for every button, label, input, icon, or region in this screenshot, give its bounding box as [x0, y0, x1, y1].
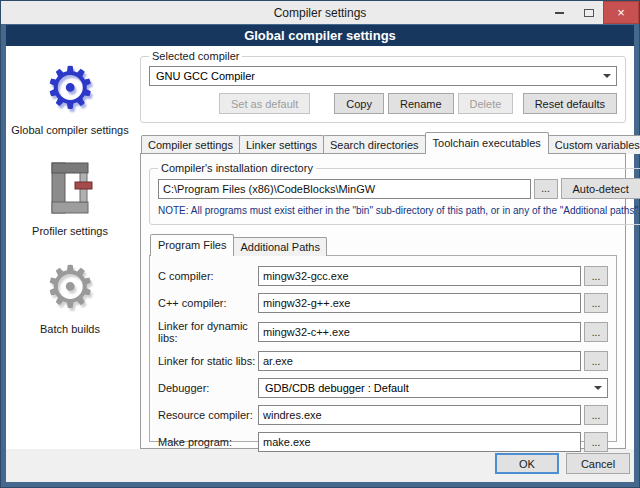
close-icon: × — [617, 5, 625, 20]
maximize-icon — [584, 9, 594, 17]
gear-blue-icon: ⚙ — [44, 58, 96, 119]
window-title: Compiler settings — [1, 6, 639, 20]
tab-toolchain-executables[interactable]: Toolchain executables — [425, 132, 549, 154]
browse-button[interactable]: ... — [584, 293, 608, 313]
gear-gray-icon: ⚙ — [44, 257, 96, 318]
compiler-buttons-row: Set as default Copy Rename Delete Reset … — [149, 93, 617, 114]
sidebar-item-label: Global compiler settings — [11, 124, 128, 136]
main-panel: Selected compiler GNU GCC Compiler Set a… — [134, 46, 634, 449]
debugger-select-value: GDB/CDB debugger : Default — [265, 382, 409, 394]
installation-directory-input[interactable] — [158, 179, 531, 199]
browse-button[interactable]: ... — [584, 405, 608, 425]
compiler-settings-window: Compiler settings × Global compiler sett… — [0, 0, 640, 488]
selected-compiler-group: Selected compiler GNU GCC Compiler Set a… — [140, 50, 626, 123]
set-as-default-button[interactable]: Set as default — [219, 93, 310, 114]
dialog-body: ⚙ Global compiler settings Profiler sett… — [6, 46, 634, 449]
field-row-make-program: Make program: ... — [158, 432, 608, 452]
copy-button[interactable]: Copy — [334, 93, 384, 114]
note-text: NOTE: All programs must exist either in … — [158, 205, 640, 216]
c-compiler-input[interactable] — [258, 266, 581, 286]
field-row-cpp-compiler: C++ compiler: ... — [158, 293, 608, 313]
chevron-down-icon — [599, 68, 615, 84]
ok-button[interactable]: OK — [495, 453, 559, 474]
debugger-select[interactable]: GDB/CDB debugger : Default — [258, 378, 608, 398]
field-label: C++ compiler: — [158, 297, 258, 309]
field-label: Linker for static libs: — [158, 355, 258, 367]
window-controls: × — [545, 1, 639, 24]
auto-detect-button[interactable]: Auto-detect — [561, 178, 640, 199]
chevron-down-icon — [590, 380, 606, 396]
browse-button[interactable]: ... — [584, 351, 608, 371]
tab-compiler-settings[interactable]: Compiler settings — [141, 135, 240, 154]
tab-search-directories[interactable]: Search directories — [323, 135, 426, 154]
static-linker-input[interactable] — [258, 351, 581, 371]
sidebar-item-label: Profiler settings — [32, 225, 108, 237]
profiler-icon — [42, 160, 98, 218]
compiler-select-value: GNU GCC Compiler — [156, 70, 255, 82]
browse-button[interactable]: ... — [584, 266, 608, 286]
field-label: Linker for dynamic libs: — [158, 320, 258, 344]
dialog-footer: OK Cancel — [6, 449, 634, 482]
minimize-button[interactable] — [545, 1, 574, 24]
minimize-icon — [555, 12, 564, 14]
close-button[interactable]: × — [603, 1, 639, 24]
sidebar-item-global-compiler-settings[interactable]: ⚙ Global compiler settings — [6, 58, 134, 136]
settings-tabs: Compiler settings Linker settings Search… — [140, 132, 626, 154]
tab-custom-variables[interactable]: Custom variables — [548, 135, 640, 154]
maximize-button[interactable] — [574, 1, 603, 24]
settings-sidebar: ⚙ Global compiler settings Profiler sett… — [6, 46, 134, 449]
field-label: Resource compiler: — [158, 409, 258, 421]
sidebar-item-batch-builds[interactable]: ⚙ Batch builds — [6, 257, 134, 335]
field-row-c-compiler: C compiler: ... — [158, 266, 608, 286]
page-title: Global compiler settings — [6, 25, 634, 46]
program-files-panel: C compiler: ... C++ compiler: ... Linker… — [149, 255, 617, 442]
make-program-input[interactable] — [258, 432, 581, 452]
delete-button[interactable]: Delete — [458, 93, 514, 114]
cancel-button[interactable]: Cancel — [566, 453, 630, 474]
installation-directory-group-label: Compiler's installation directory — [158, 162, 316, 174]
field-row-resource-compiler: Resource compiler: ... — [158, 405, 608, 425]
browse-button[interactable]: ... — [584, 432, 608, 452]
field-row-dynamic-linker: Linker for dynamic libs: ... — [158, 320, 608, 344]
field-row-static-linker: Linker for static libs: ... — [158, 351, 608, 371]
rename-button[interactable]: Rename — [388, 93, 454, 114]
title-bar[interactable]: Compiler settings × — [1, 1, 639, 24]
installation-directory-group: Compiler's installation directory ... Au… — [149, 162, 640, 225]
compiler-select[interactable]: GNU GCC Compiler — [149, 66, 617, 86]
field-label: C compiler: — [158, 270, 258, 282]
resource-compiler-input[interactable] — [258, 405, 581, 425]
installation-directory-row: ... Auto-detect — [158, 178, 640, 199]
field-row-debugger: Debugger: GDB/CDB debugger : Default — [158, 378, 608, 398]
subtab-additional-paths[interactable]: Additional Paths — [233, 237, 327, 256]
tab-linker-settings[interactable]: Linker settings — [239, 135, 324, 154]
program-files-subtabs: Program Files Additional Paths — [149, 234, 617, 256]
browse-button[interactable]: ... — [584, 322, 608, 342]
toolchain-executables-panel: Compiler's installation directory ... Au… — [140, 153, 626, 449]
installation-directory-browse-button[interactable]: ... — [534, 179, 558, 199]
cpp-compiler-input[interactable] — [258, 293, 581, 313]
sidebar-item-label: Batch builds — [40, 323, 100, 335]
selected-compiler-group-label: Selected compiler — [149, 50, 242, 62]
reset-defaults-button[interactable]: Reset defaults — [523, 93, 617, 114]
field-label: Debugger: — [158, 382, 258, 394]
dynamic-linker-input[interactable] — [258, 322, 581, 342]
subtab-program-files[interactable]: Program Files — [150, 234, 234, 256]
window-frame: Global compiler settings ⚙ Global compil… — [1, 24, 639, 487]
sidebar-item-profiler-settings[interactable]: Profiler settings — [6, 156, 134, 237]
field-label: Make program: — [158, 436, 258, 448]
